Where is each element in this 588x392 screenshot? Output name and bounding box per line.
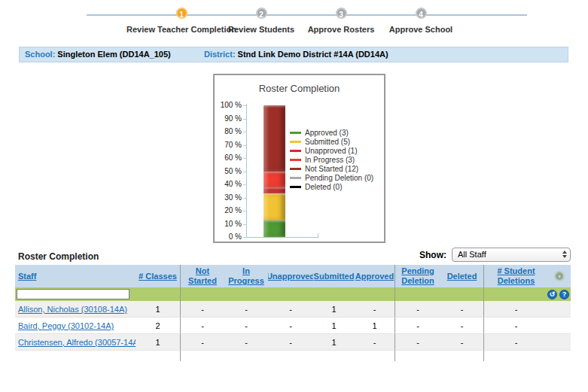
empty-cell (224, 351, 268, 361)
legend-item-submitted: Submitted (5) (290, 138, 373, 146)
legend-item-not-started: Not Started (12) (290, 165, 373, 173)
filter-cell-pending-deletion (395, 287, 440, 301)
cell-in-progress: - (224, 334, 268, 351)
y-tick-label: 40 % (215, 181, 242, 188)
scroll-columns-icon[interactable]: › (554, 271, 565, 281)
staff-filter-input[interactable] (17, 289, 129, 299)
empty-cell (548, 351, 571, 361)
column-sort-student-deletions[interactable]: # Student Deletions (485, 266, 547, 286)
cell-classes: 1 (136, 301, 181, 318)
column-sort-pending-deletion[interactable]: Pending Deletion (396, 266, 440, 286)
y-tick-label: 70 % (215, 141, 242, 149)
help-icon[interactable]: ? (559, 290, 569, 299)
empty-cell (15, 351, 136, 361)
column-sort-classes[interactable]: # Classes (139, 272, 177, 281)
cell-classes: 1 (136, 334, 181, 351)
column-sort-in-progress[interactable]: In Progress (225, 266, 267, 286)
y-tick-label: 10 % (215, 220, 242, 228)
empty-cell (395, 351, 440, 361)
stacked-bar (264, 105, 285, 237)
cell-not-started: - (181, 318, 224, 334)
cell-submitted: 1 (313, 334, 355, 351)
staff-link[interactable]: Allison, Nicholas (30108-14A) (18, 305, 127, 314)
table-row: Baird, Peggy (30102-14A)2---11--- (15, 318, 571, 334)
cell-staff: Allison, Nicholas (30108-14A) (15, 301, 136, 318)
header-cell-in-progress: In Progress (224, 265, 268, 287)
district-label: District: (204, 50, 236, 59)
legend-item-approved: Approved (3) (290, 129, 373, 137)
legend-swatch-icon (290, 132, 301, 134)
column-sort-not-started[interactable]: Not Started (181, 266, 224, 286)
legend-label: In Progress (3) (305, 156, 355, 164)
cell-pending-deletion: - (395, 334, 440, 351)
header-cell-not-started: Not Started (181, 265, 224, 287)
empty-cell (484, 351, 548, 361)
header-icon-cell: › (548, 265, 571, 287)
chart-legend: Approved (3)Submitted (5)Unapproved (1)I… (290, 128, 373, 192)
legend-label: Approved (3) (305, 129, 349, 137)
y-tick-label: 0 % (215, 233, 242, 241)
cell-staff: Baird, Peggy (30102-14A) (15, 318, 136, 334)
staff-link[interactable]: Baird, Peggy (30102-14A) (18, 321, 114, 330)
table-filter-row: ↺? (15, 287, 571, 301)
step-2-circle[interactable]: 2 (256, 8, 267, 19)
cell-in-progress: - (224, 301, 268, 318)
filter-cell-approved (355, 287, 395, 301)
cell-deleted: - (440, 318, 484, 334)
cell-pending-deletion: - (395, 301, 440, 318)
legend-swatch-icon (290, 177, 301, 179)
y-tick-label: 60 % (215, 154, 242, 162)
empty-cell (136, 351, 181, 361)
bar-segment-submitted (264, 193, 285, 220)
step-4-label: Approve School (353, 25, 489, 34)
cell-approved: - (355, 334, 395, 351)
bar-segment-in-progress (264, 172, 285, 188)
column-sort-submitted[interactable]: Submitted (314, 272, 355, 281)
table-header-row: Staff# ClassesNot StartedIn ProgressUnap… (15, 265, 571, 287)
district-block: District:Stnd Link Demo District #14A (D… (204, 47, 388, 62)
legend-item-in-progress: In Progress (3) (290, 156, 373, 164)
legend-item-deleted: Deleted (0) (290, 183, 373, 191)
filter-cell-submitted (313, 287, 355, 301)
cell-classes: 2 (136, 318, 181, 334)
header-cell-deleted: Deleted (440, 265, 484, 287)
staff-link[interactable]: Christensen, Alfredo (30057-14A) (18, 338, 136, 347)
cell-unapproved: - (268, 334, 313, 351)
step-3-circle[interactable]: 3 (336, 8, 347, 19)
cell-actions (548, 318, 571, 334)
reset-filter-icon[interactable]: ↺ (547, 290, 557, 299)
y-tick-label: 30 % (215, 194, 242, 202)
bar-segment-unapproved (264, 187, 285, 193)
column-sort-approved[interactable]: Approved (355, 272, 394, 281)
chart-x-axis-tick (318, 233, 318, 237)
column-sort-unapproved[interactable]: Unapproved (268, 272, 313, 281)
cell-submitted: 1 (313, 301, 355, 318)
chart-title: Roster Completion (215, 83, 384, 94)
step-4-approve-school[interactable]: 4Approve School (353, 8, 489, 34)
column-sort-staff[interactable]: Staff (18, 272, 36, 281)
empty-cell (440, 351, 484, 361)
filter-cell-in-progress (224, 287, 268, 301)
legend-label: Not Started (12) (305, 165, 358, 173)
cell-actions (548, 334, 571, 351)
filter-cell-classes (136, 287, 181, 301)
header-cell-submitted: Submitted (313, 265, 355, 287)
cell-unapproved: - (268, 301, 313, 318)
cell-student-deletions: - (484, 318, 548, 334)
cell-approved: 1 (355, 318, 395, 334)
show-staff-select[interactable]: All Staff (452, 248, 571, 262)
show-label: Show: (419, 250, 446, 260)
y-tick-label: 90 % (215, 115, 242, 123)
cell-deleted: - (440, 334, 484, 351)
legend-label: Unapproved (1) (305, 147, 357, 155)
cell-actions (548, 301, 571, 318)
cell-staff: Christensen, Alfredo (30057-14A) (15, 334, 136, 351)
cell-unapproved: - (268, 318, 313, 334)
column-sort-deleted[interactable]: Deleted (447, 272, 477, 281)
step-1-circle[interactable]: 1 (176, 8, 187, 19)
step-4-circle[interactable]: 4 (416, 8, 427, 19)
table-row: Christensen, Alfredo (30057-14A)1---1---… (15, 334, 571, 351)
cell-pending-deletion: - (395, 318, 440, 334)
legend-label: Deleted (0) (305, 183, 342, 191)
select-stepper-arrows-icon (562, 251, 567, 258)
